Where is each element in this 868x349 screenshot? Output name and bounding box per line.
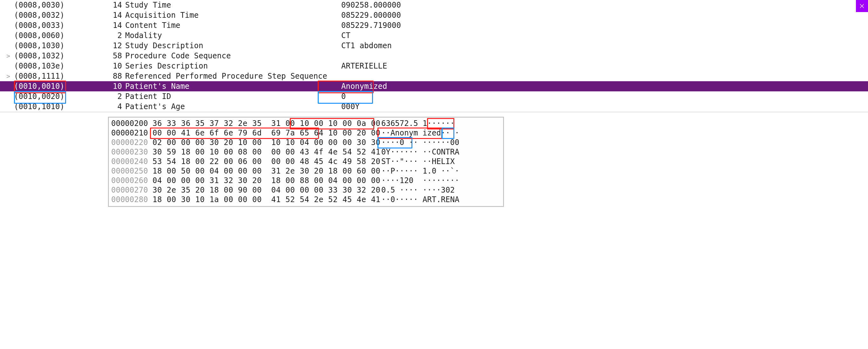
tag-code: (0008,1030): [14, 41, 100, 50]
tag-code: (0008,1111): [14, 72, 100, 80]
hex-bytes: 00 00 41 6e 6f 6e 79 6d 69 7a 65 64 10 0…: [153, 128, 381, 138]
tag-length: 2: [100, 31, 125, 40]
tag-description: Patient's Name: [125, 82, 341, 91]
hex-ascii: ····120 ········: [381, 176, 483, 185]
hex-offset: 00000240: [111, 157, 153, 166]
tag-description: Series Description: [125, 62, 341, 70]
hex-ascii: 0Y······ ··CONTRA: [381, 147, 483, 157]
hex-ascii: 636572.5 1······: [381, 119, 483, 128]
tag-value: 085229.000000: [341, 11, 401, 20]
tag-value: Anonymized: [341, 82, 387, 91]
hex-row[interactable]: 0000022002 00 00 00 30 20 10 00 10 10 04…: [111, 138, 501, 147]
tag-code: (0008,103e): [14, 62, 100, 70]
tag-value: ARTERIELLE: [341, 62, 387, 70]
tag-code: (0008,1032): [14, 51, 100, 60]
hex-offset: 00000210: [111, 128, 153, 138]
tag-code: (0010,0020): [14, 92, 100, 101]
tag-length: 2: [100, 92, 125, 101]
tag-value: 000Y: [341, 102, 360, 111]
hex-ascii: ··Anonym ized·· ·: [381, 128, 483, 138]
expand-chevron-icon[interactable]: >: [6, 52, 14, 60]
tag-length: 14: [100, 11, 125, 20]
dicom-row[interactable]: (0008,0033)14Content Time085229.719000: [0, 20, 868, 31]
tag-description: Patient's Age: [125, 102, 341, 111]
hex-offset: 00000220: [111, 138, 153, 147]
hex-ascii: ··P····· 1.0 ··`·: [381, 166, 483, 176]
tag-code: (0010,1010): [14, 102, 100, 111]
tag-length: 14: [100, 1, 125, 9]
hex-row[interactable]: 0000024053 54 18 00 22 00 06 00 00 00 48…: [111, 157, 501, 166]
hex-ascii: ··0····· ART.RENA: [381, 195, 483, 204]
expand-chevron-icon[interactable]: >: [6, 72, 14, 80]
dicom-row[interactable]: (0008,0060)2ModalityCT: [0, 31, 868, 41]
hex-ascii: 0.5 ···· ····302: [381, 185, 483, 195]
hex-ascii: ····0 ·· ······00: [381, 138, 483, 147]
tag-value: CT: [341, 31, 350, 40]
tag-code: (0010,0010): [14, 82, 100, 91]
tag-length: 58: [100, 51, 125, 60]
dicom-row[interactable]: (0008,0032)14Acquisition Time085229.0000…: [0, 10, 868, 20]
hex-offset: 00000280: [111, 195, 153, 204]
tag-description: Acquisition Time: [125, 11, 341, 20]
dicom-row[interactable]: (0010,1010)4Patient's Age000Y: [0, 102, 868, 112]
dicom-row[interactable]: (0008,1030)12Study DescriptionCT1 abdome…: [0, 41, 868, 51]
hex-bytes: 30 2e 35 20 18 00 90 00 04 00 00 00 33 3…: [153, 185, 381, 195]
tag-value: 085229.719000: [341, 21, 401, 30]
dicom-row[interactable]: (0010,0010)10Patient's NameAnonymized: [0, 81, 868, 92]
hex-row[interactable]: 0000026004 00 00 00 31 32 30 20 18 00 88…: [111, 176, 501, 185]
dicom-row[interactable]: (0008,0030)14Study Time090258.000000: [0, 0, 868, 10]
hex-row[interactable]: 0000020036 33 36 35 37 32 2e 35 31 00 10…: [111, 119, 501, 128]
tag-description: Study Description: [125, 41, 341, 50]
tag-description: Patient ID: [125, 92, 341, 101]
tag-description: Modality: [125, 31, 341, 40]
tag-description: Study Time: [125, 1, 341, 9]
tag-length: 10: [100, 82, 125, 91]
tag-length: 4: [100, 102, 125, 111]
dicom-row[interactable]: (0008,103e)10Series DescriptionARTERIELL…: [0, 61, 868, 71]
tag-length: 88: [100, 72, 125, 80]
tag-value: 090258.000000: [341, 1, 401, 9]
hex-bytes: 36 33 36 35 37 32 2e 35 31 00 10 00 10 0…: [153, 119, 381, 128]
hex-bytes: 02 00 00 00 30 20 10 00 10 10 04 00 00 0…: [153, 138, 381, 147]
tag-description: Referenced Performed Procedure Step Sequ…: [125, 72, 341, 80]
hex-bytes: 18 00 50 00 04 00 00 00 31 2e 30 20 18 0…: [153, 166, 381, 176]
dicom-row[interactable]: >(0008,1111)88Referenced Performed Proce…: [0, 71, 868, 81]
dicom-row[interactable]: >(0008,1032)58Procedure Code Sequence: [0, 51, 868, 61]
hex-bytes: 18 00 30 10 1a 00 00 00 41 52 54 2e 52 4…: [153, 195, 381, 204]
hex-row[interactable]: 0000023030 59 18 00 10 00 08 00 00 00 43…: [111, 147, 501, 157]
hex-offset: 00000270: [111, 185, 153, 195]
tag-description: Content Time: [125, 21, 341, 30]
hex-ascii: ST··"··· ··HELIX: [381, 157, 483, 166]
tag-length: 10: [100, 62, 125, 70]
tag-code: (0008,0030): [14, 1, 100, 9]
hex-offset: 00000200: [111, 119, 153, 128]
tag-value: CT1 abdomen: [341, 41, 392, 50]
hex-bytes: 30 59 18 00 10 00 08 00 00 00 43 4f 4e 5…: [153, 147, 381, 157]
tag-length: 14: [100, 21, 125, 30]
tag-code: (0008,0032): [14, 11, 100, 20]
dicom-tag-list[interactable]: (0008,0030)14Study Time090258.000000(000…: [0, 0, 868, 112]
hex-offset: 00000260: [111, 176, 153, 185]
tag-value: 0: [341, 92, 346, 101]
hex-row[interactable]: 0000025018 00 50 00 04 00 00 00 31 2e 30…: [111, 166, 501, 176]
hex-viewer[interactable]: 0000020036 33 36 35 37 32 2e 35 31 00 10…: [108, 117, 504, 207]
tag-length: 12: [100, 41, 125, 50]
hex-bytes: 53 54 18 00 22 00 06 00 00 00 48 45 4c 4…: [153, 157, 381, 166]
hex-row[interactable]: 0000028018 00 30 10 1a 00 00 00 41 52 54…: [111, 195, 501, 204]
hex-row[interactable]: 0000027030 2e 35 20 18 00 90 00 04 00 00…: [111, 185, 501, 195]
hex-offset: 00000230: [111, 147, 153, 157]
dicom-row[interactable]: (0010,0020)2Patient ID0: [0, 92, 868, 102]
tag-code: (0008,0033): [14, 21, 100, 30]
tag-code: (0008,0060): [14, 31, 100, 40]
hex-bytes: 04 00 00 00 31 32 30 20 18 00 88 00 04 0…: [153, 176, 381, 185]
hex-row[interactable]: 0000021000 00 41 6e 6f 6e 79 6d 69 7a 65…: [111, 128, 501, 138]
tag-description: Procedure Code Sequence: [125, 51, 341, 60]
hex-offset: 00000250: [111, 166, 153, 176]
